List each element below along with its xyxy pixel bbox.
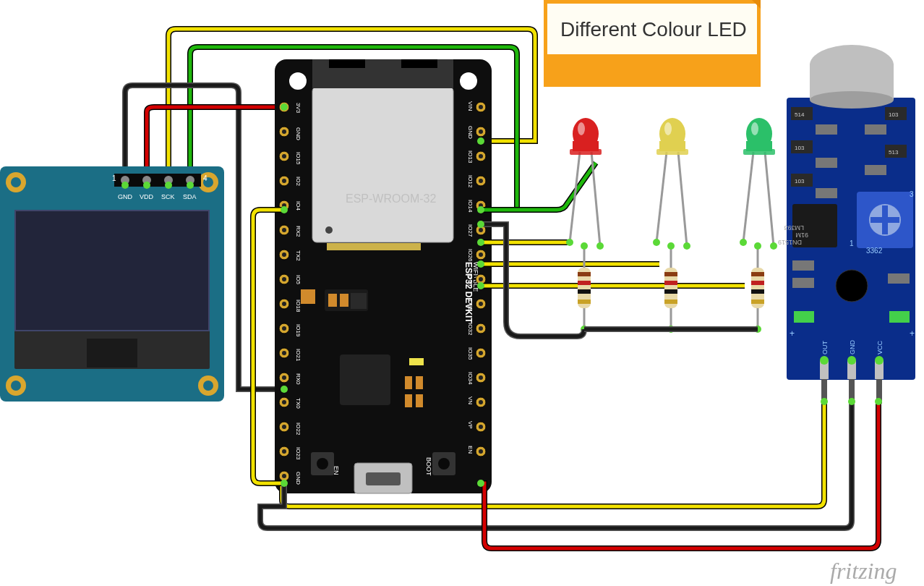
sound-chip-l3: DN1519 (778, 239, 802, 246)
svg-point-91 (479, 449, 483, 454)
svg-point-94 (11, 177, 21, 187)
svg-point-179 (836, 270, 868, 302)
svg-rect-134 (578, 289, 591, 294)
svg-point-209 (848, 398, 855, 405)
svg-rect-25 (366, 472, 401, 485)
svg-point-57 (282, 425, 286, 429)
svg-point-144 (667, 242, 675, 250)
svg-point-189 (847, 356, 856, 365)
esp32-pin-right: VP (467, 421, 474, 429)
svg-point-87 (479, 400, 483, 404)
svg-point-204 (121, 182, 129, 189)
svg-point-123 (683, 242, 690, 250)
svg-point-113 (578, 122, 585, 135)
svg-rect-128 (743, 149, 775, 155)
sensor-pin-label: VCC (876, 340, 884, 354)
esp32-pin-left: GND (295, 127, 301, 140)
svg-point-192 (875, 356, 884, 365)
svg-rect-135 (578, 300, 591, 304)
svg-point-202 (477, 282, 484, 289)
sound-chip-l1: LM393 (784, 224, 804, 232)
svg-point-77 (479, 277, 483, 281)
svg-rect-146 (751, 272, 764, 276)
svg-point-196 (281, 480, 288, 487)
svg-point-35 (282, 154, 286, 158)
svg-point-130 (770, 242, 777, 250)
svg-point-120 (664, 122, 672, 135)
esp32-pin-right: VIN (467, 101, 474, 111)
svg-rect-148 (751, 289, 764, 294)
sensor-pin-label: OUT (821, 341, 829, 355)
svg-rect-18 (308, 289, 315, 304)
svg-rect-170 (816, 188, 837, 198)
svg-text:103: 103 (795, 178, 805, 184)
esp32-pin-right: IO14 (467, 200, 474, 213)
esp32-pin-right: IO34 (467, 372, 474, 385)
oled-pin-label: SCK (161, 193, 175, 200)
svg-rect-141 (664, 289, 677, 294)
svg-rect-176 (792, 260, 814, 271)
esp32-pin-right: IO27 (467, 224, 474, 237)
esp32-pin-left: IO4 (295, 201, 301, 211)
oled-pin-label: SDA (183, 193, 197, 200)
svg-rect-177 (792, 278, 814, 288)
svg-point-207 (187, 182, 194, 189)
svg-point-59 (282, 449, 286, 454)
esp32-pin-left: IO19 (295, 324, 301, 337)
note-label: Different Colour LED (544, 0, 761, 87)
svg-point-206 (165, 182, 172, 189)
svg-point-208 (821, 398, 828, 405)
svg-line-118 (678, 152, 687, 246)
svg-point-116 (596, 242, 604, 250)
pot-label-mid: 3362 (866, 247, 883, 255)
esp32-pin-left: IO15 (295, 152, 301, 165)
svg-point-100 (203, 381, 213, 391)
esp32-pin-left: IO22 (295, 422, 301, 436)
esp32-devkit: ESP-WROOM-32 EN BOOT ESP32 DEVKIT WIFI+B… (275, 59, 492, 493)
svg-point-151 (754, 242, 761, 250)
svg-point-67 (479, 154, 483, 158)
svg-point-193 (281, 103, 288, 111)
svg-rect-6 (312, 87, 453, 242)
oled-display: 1 4 GNDVDDSCKSDA (0, 166, 224, 402)
oled-pin-label: VDD (140, 193, 154, 200)
esp32-boot-label: BOOT (425, 457, 432, 476)
note-text: Different Colour LED (560, 18, 747, 41)
svg-point-53 (282, 375, 286, 380)
svg-rect-12 (340, 354, 390, 405)
svg-rect-20 (416, 376, 423, 389)
svg-rect-11 (327, 243, 421, 250)
svg-point-210 (875, 398, 882, 405)
svg-point-10 (325, 226, 333, 234)
esp32-pin-right: IO26 (467, 249, 474, 262)
svg-point-115 (566, 239, 573, 246)
svg-rect-180 (794, 311, 814, 323)
svg-rect-9 (401, 59, 437, 68)
esp32-pin-right: IO25 (467, 273, 474, 286)
esp32-pin-left: GND (295, 472, 301, 485)
svg-rect-121 (656, 149, 688, 155)
svg-point-155 (810, 91, 894, 109)
svg-point-203 (477, 480, 484, 487)
pot-label-right: 3 (910, 190, 914, 198)
esp32-pin-left: IO21 (295, 349, 301, 362)
esp32-pin-left: TX0 (295, 398, 301, 409)
svg-point-4 (289, 72, 307, 90)
svg-point-85 (479, 375, 483, 380)
svg-rect-22 (416, 394, 423, 407)
svg-rect-140 (664, 281, 677, 285)
svg-rect-114 (570, 149, 602, 155)
esp32-pin-right: IO13 (467, 150, 474, 164)
esp32-pin-left: 3V3 (295, 103, 301, 114)
esp32-pin-right: IO12 (467, 175, 474, 188)
svg-line-117 (656, 152, 667, 242)
svg-point-83 (479, 351, 483, 355)
svg-text:103: 103 (889, 111, 899, 118)
svg-rect-132 (578, 272, 591, 276)
esp32-pin-right: EN (467, 446, 474, 454)
svg-point-69 (479, 179, 483, 183)
svg-point-81 (479, 326, 483, 331)
svg-line-125 (765, 152, 774, 246)
svg-rect-174 (882, 205, 888, 234)
svg-point-201 (477, 260, 484, 268)
